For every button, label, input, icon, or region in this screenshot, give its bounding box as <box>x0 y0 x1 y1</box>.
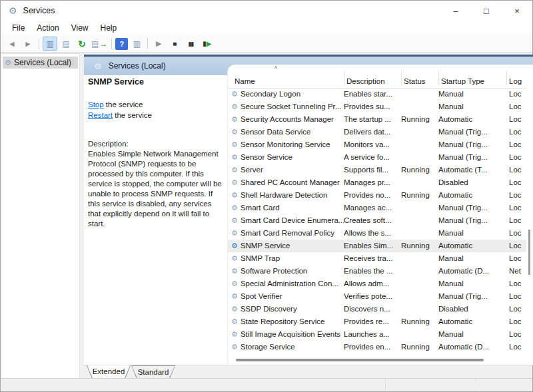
help-glyph: ? <box>119 40 124 48</box>
column-header-description[interactable]: Description <box>346 77 385 85</box>
show-console-tree-icon[interactable]: ▥ <box>43 37 57 51</box>
service-row[interactable]: ⚙Special Administration Con...Allows adm… <box>228 278 526 290</box>
column-separator[interactable] <box>506 71 507 85</box>
service-description-cell: Manages ac... <box>344 202 401 214</box>
properties-icon[interactable]: ▤ <box>59 37 73 51</box>
restart-service-link[interactable]: Restart <box>88 111 113 119</box>
tree-item-services-local[interactable]: ⚙ Services (Local) <box>3 57 78 69</box>
service-row[interactable]: ⚙Spot VerifierVerifies pote...Manual (Tr… <box>228 290 526 303</box>
service-row[interactable]: ⚙Secure Socket Tunneling Pr...Provides s… <box>228 100 526 113</box>
service-row[interactable]: ⚙Shell Hardware DetectionProvides no...R… <box>228 189 526 202</box>
service-description-cell: The startup ... <box>344 113 401 126</box>
back-icon[interactable]: ◄ <box>5 37 19 51</box>
stop-service-link[interactable]: Stop <box>88 100 104 108</box>
service-row[interactable]: ⚙Smart Card Removal PolicyAllows the s..… <box>228 227 526 240</box>
maximize-button[interactable]: □ <box>471 1 502 21</box>
service-gear-icon: ⚙ <box>231 202 238 214</box>
column-header-log[interactable]: Log <box>509 77 522 85</box>
pause-service-icon[interactable]: ▮▮ <box>183 37 198 51</box>
service-status-cell <box>401 303 438 315</box>
service-startup-cell: Automatic <box>438 240 506 252</box>
service-row[interactable]: ⚙Security Accounts ManagerThe startup ..… <box>228 113 526 126</box>
service-row[interactable]: ⚙Storage ServiceProvides en...RunningAut… <box>228 341 526 353</box>
service-logon-cell: Loc <box>506 227 526 240</box>
service-row[interactable]: ⚙State Repository ServiceProvides re...R… <box>228 315 526 328</box>
service-startup-cell: Automatic (D... <box>438 341 506 353</box>
service-gear-icon: ⚙ <box>231 303 238 315</box>
column-separator[interactable] <box>438 71 439 85</box>
service-logon-cell: Loc <box>506 100 526 113</box>
service-logon-cell: Loc <box>506 88 526 100</box>
service-row[interactable]: ⚙Sensor Monitoring ServiceMonitors va...… <box>228 138 526 151</box>
start-service-icon[interactable]: ▶ <box>151 37 166 51</box>
menu-item-view[interactable]: View <box>65 22 95 34</box>
gear-icon: ⚙ <box>5 59 11 67</box>
service-row[interactable]: ⚙Still Image Acquisition EventsLaunches … <box>228 328 526 341</box>
service-row[interactable]: ⚙SSDP DiscoveryDiscovers n...DisabledLoc <box>228 303 526 315</box>
service-logon-cell: Loc <box>506 189 526 202</box>
service-gear-icon: ⚙ <box>231 88 238 100</box>
service-gear-icon: ⚙ <box>231 315 238 328</box>
service-startup-cell: Automatic (D... <box>438 265 506 278</box>
service-row[interactable]: ⚙SNMP TrapReceives tra...ManualLoc <box>228 252 526 265</box>
service-rows: ⚙Secondary LogonEnables star...ManualLoc… <box>228 88 526 353</box>
app-gear-icon: ⚙ <box>9 5 17 16</box>
help-icon[interactable]: ? <box>115 38 128 50</box>
horizontal-scrollbar-thumb[interactable] <box>236 359 484 361</box>
tab-extended[interactable]: Extended <box>87 365 131 379</box>
column-header-name[interactable]: Name <box>235 77 255 85</box>
services-window: ⚙ Services –□× FileActionViewHelp ◄►▥▤↻▤… <box>0 0 533 392</box>
menu-item-action[interactable]: Action <box>31 22 65 34</box>
service-startup-cell: Automatic <box>438 189 506 202</box>
stop-service-icon[interactable]: ■ <box>167 37 182 51</box>
service-detail-panel: SNMP Service Stop the service Restart th… <box>84 75 227 365</box>
column-separator[interactable] <box>401 71 402 85</box>
restart-service-icon[interactable]: ▮▶ <box>199 37 214 51</box>
service-gear-icon: ⚙ <box>231 176 238 189</box>
service-startup-cell: Disabled <box>438 176 506 189</box>
tab-standard[interactable]: Standard <box>131 365 175 379</box>
restart-service-glyph: ▮ <box>203 40 206 47</box>
menu-item-file[interactable]: File <box>6 22 31 34</box>
refresh-icon[interactable]: ↻ <box>75 37 89 51</box>
service-row[interactable]: ⚙Secondary LogonEnables star...ManualLoc <box>228 88 526 100</box>
column-separator[interactable] <box>344 71 344 85</box>
service-logon-cell: Loc <box>506 303 526 315</box>
forward-icon[interactable]: ► <box>21 37 35 51</box>
service-status-cell <box>401 176 438 189</box>
service-name: Shell Hardware Detection <box>241 189 327 202</box>
service-row[interactable]: ⚙Sensor ServiceA service fo...Manual (Tr… <box>228 151 526 164</box>
console-tree: ⚙ Services (Local) <box>1 53 80 379</box>
sort-ascending-icon: ^ <box>274 65 277 72</box>
service-status-cell <box>401 100 438 113</box>
service-gear-icon: ⚙ <box>231 138 238 151</box>
minimize-button[interactable]: – <box>440 1 471 21</box>
restart-link-suffix: the service <box>113 111 152 119</box>
service-description-cell: Receives tra... <box>344 252 401 265</box>
vertical-scrollbar-thumb[interactable] <box>528 230 530 275</box>
service-row[interactable]: ⚙ServerSupports fil...RunningAutomatic (… <box>228 164 526 176</box>
service-description: Enables Simple Network Management Protoc… <box>88 149 222 229</box>
export-list-icon[interactable]: ▤→ <box>91 37 108 51</box>
service-description-cell: Launches a... <box>344 328 401 341</box>
show-action-pane-icon[interactable]: ▥ <box>129 37 144 51</box>
service-row[interactable]: ⚙Smart Card Device Enumera...Creates sof… <box>228 214 526 227</box>
service-row[interactable]: ⚙Shared PC Account ManagerManages pr...D… <box>228 176 526 189</box>
horizontal-scrollbar[interactable] <box>229 357 525 363</box>
service-name: Still Image Acquisition Events <box>241 328 340 341</box>
vertical-scrollbar[interactable] <box>526 66 533 355</box>
service-row[interactable]: ⚙Sensor Data ServiceDelivers dat...Manua… <box>228 126 526 138</box>
service-row[interactable]: ⚙Software ProtectionEnables the ...Autom… <box>228 265 526 278</box>
column-header-startup-type[interactable]: Startup Type <box>441 77 484 85</box>
service-row[interactable]: ⚙Smart CardManages ac...Manual (Trig...L… <box>228 202 526 214</box>
close-button[interactable]: × <box>502 1 532 21</box>
window-title: Services <box>23 6 55 15</box>
service-gear-icon: ⚙ <box>231 278 238 290</box>
menu-item-help[interactable]: Help <box>95 22 123 34</box>
service-name: Security Accounts Manager <box>241 113 334 126</box>
service-startup-cell: Manual <box>438 100 506 113</box>
service-name: Sensor Monitoring Service <box>241 138 330 151</box>
service-row[interactable]: ⚙SNMP ServiceEnables Sim...RunningAutoma… <box>228 240 526 252</box>
column-header-status[interactable]: Status <box>404 77 426 85</box>
service-description-cell: A service fo... <box>344 151 401 164</box>
